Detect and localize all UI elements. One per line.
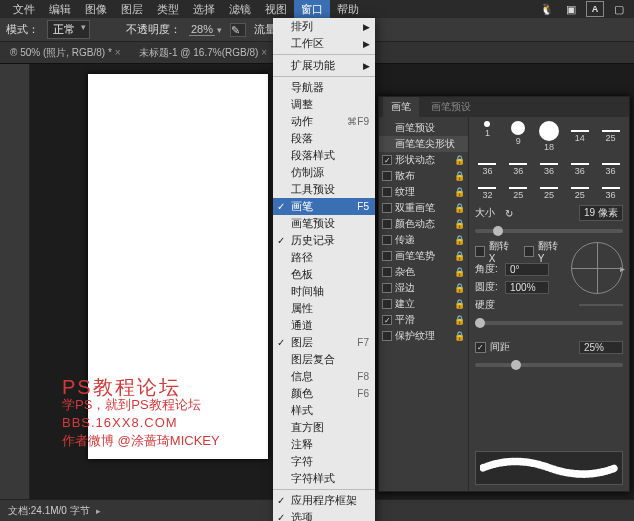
menu-0[interactable]: 文件	[6, 0, 42, 19]
brush-option[interactable]: 传递🔒	[379, 232, 468, 248]
status-chevron-icon[interactable]: ▸	[96, 506, 101, 516]
brush-thumb[interactable]: 1	[475, 121, 500, 152]
brush-thumb[interactable]: 14	[567, 121, 592, 152]
checkbox[interactable]	[382, 203, 392, 213]
brush-thumb[interactable]: 25	[598, 121, 623, 152]
tool-palette[interactable]	[0, 64, 30, 499]
menu-6[interactable]: 滤镜	[222, 0, 258, 19]
menu-item[interactable]: 段落	[273, 130, 375, 147]
menu-item[interactable]: 路径	[273, 249, 375, 266]
doc-tab-1[interactable]: 未标题-1 @ 16.7%(RGB/8)×	[135, 46, 271, 60]
menu-item[interactable]: 导航器	[273, 79, 375, 96]
menu-item[interactable]: 画笔预设	[273, 215, 375, 232]
brush-thumb[interactable]: 18	[537, 121, 562, 152]
brush-option[interactable]: 纹理🔒	[379, 184, 468, 200]
brush-thumb[interactable]: 9	[506, 121, 531, 152]
lock-icon[interactable]: 🔒	[454, 203, 465, 213]
menu-item[interactable]: 色板	[273, 266, 375, 283]
menu-item[interactable]: 字符样式	[273, 470, 375, 487]
notif-icon[interactable]: 🐧	[538, 1, 556, 17]
brush-thumb[interactable]: 32	[475, 178, 500, 200]
menu-item[interactable]: 仿制源	[273, 164, 375, 181]
lock-icon[interactable]: 🔒	[454, 299, 465, 309]
brush-thumb[interactable]: 36	[506, 154, 531, 176]
brush-option[interactable]: 散布🔒	[379, 168, 468, 184]
menu-item[interactable]: 通道	[273, 317, 375, 334]
brush-thumb[interactable]: 25	[537, 178, 562, 200]
brush-option[interactable]: ✓平滑🔒	[379, 312, 468, 328]
menu-item[interactable]: 颜色F6	[273, 385, 375, 402]
lock-icon[interactable]: 🔒	[454, 267, 465, 277]
lock-icon[interactable]: 🔒	[454, 219, 465, 229]
checkbox[interactable]: ✓	[382, 315, 392, 325]
menu-item[interactable]: 图层复合	[273, 351, 375, 368]
checkbox[interactable]	[382, 187, 392, 197]
close-icon[interactable]: ×	[261, 47, 267, 58]
angle-value[interactable]: 0°	[505, 263, 549, 276]
lock-icon[interactable]: 🔒	[454, 331, 465, 341]
menu-item[interactable]: 调整	[273, 96, 375, 113]
angle-widget[interactable]: ▸	[571, 242, 623, 294]
checkbox[interactable]	[382, 331, 392, 341]
menu-item[interactable]: ✓应用程序框架	[273, 492, 375, 509]
mode-select[interactable]: 正常	[47, 20, 90, 39]
brush-thumbnails[interactable]: 1918142536363636363225252536	[475, 121, 623, 200]
window-controls[interactable]: ▢	[610, 1, 628, 17]
hardness-value[interactable]	[579, 304, 623, 306]
brush-thumb[interactable]: 25	[506, 178, 531, 200]
checkbox[interactable]	[382, 299, 392, 309]
menu-item[interactable]: 时间轴	[273, 283, 375, 300]
checkbox[interactable]	[382, 171, 392, 181]
menu-5[interactable]: 选择	[186, 0, 222, 19]
brush-option[interactable]: 杂色🔒	[379, 264, 468, 280]
menu-item[interactable]: ✓图层F7	[273, 334, 375, 351]
brush-option[interactable]: 保护纹理🔒	[379, 328, 468, 344]
brush-option[interactable]: 双重画笔🔒	[379, 200, 468, 216]
brush-option[interactable]: 建立🔒	[379, 296, 468, 312]
checkbox[interactable]	[382, 219, 392, 229]
brush-thumb[interactable]: 36	[567, 154, 592, 176]
checkbox[interactable]	[382, 267, 392, 277]
brush-thumb[interactable]: 36	[598, 154, 623, 176]
flipy-checkbox[interactable]	[524, 246, 534, 257]
lock-icon[interactable]: 🔒	[454, 283, 465, 293]
cloud-icon[interactable]: ▣	[562, 1, 580, 17]
checkbox[interactable]: ✓	[382, 155, 392, 165]
menu-3[interactable]: 图层	[114, 0, 150, 19]
checkbox[interactable]	[382, 235, 392, 245]
brush-thumb[interactable]: 36	[537, 154, 562, 176]
menu-item[interactable]: ✓选项	[273, 509, 375, 521]
reset-size-icon[interactable]: ↻	[505, 208, 513, 219]
lock-icon[interactable]: 🔒	[454, 251, 465, 261]
menu-item[interactable]: 注释	[273, 436, 375, 453]
menu-8[interactable]: 窗口	[294, 0, 330, 19]
brush-option[interactable]: 画笔笔尖形状	[379, 136, 468, 152]
lock-icon[interactable]: 🔒	[454, 171, 465, 181]
menu-item[interactable]: 直方图	[273, 419, 375, 436]
menu-item[interactable]: 样式	[273, 402, 375, 419]
checkbox[interactable]	[382, 251, 392, 261]
menu-item[interactable]: 属性	[273, 300, 375, 317]
doc-tab-0[interactable]: ® 50% (照片, RGB/8) *×	[6, 46, 125, 60]
brush-option[interactable]: ✓形状动态🔒	[379, 152, 468, 168]
menu-item[interactable]: 排列▶	[273, 18, 375, 35]
roundness-value[interactable]: 100%	[505, 281, 549, 294]
brush-thumb[interactable]: 36	[598, 178, 623, 200]
size-slider[interactable]	[475, 229, 623, 233]
lock-icon[interactable]: 🔒	[454, 235, 465, 245]
brush-thumb[interactable]: 25	[567, 178, 592, 200]
menu-item[interactable]: 扩展功能▶	[273, 57, 375, 74]
checkbox[interactable]	[382, 283, 392, 293]
brush-option[interactable]: 画笔笔势🔒	[379, 248, 468, 264]
menu-item[interactable]: ✓历史记录	[273, 232, 375, 249]
menu-item[interactable]: 段落样式	[273, 147, 375, 164]
lock-icon[interactable]: 🔒	[454, 155, 465, 165]
lock-icon[interactable]: 🔒	[454, 315, 465, 325]
menu-9[interactable]: 帮助	[330, 0, 366, 19]
menu-item[interactable]: 动作⌘F9	[273, 113, 375, 130]
document-canvas[interactable]	[88, 74, 268, 459]
brush-thumb[interactable]: 36	[475, 154, 500, 176]
menu-item[interactable]: 字符	[273, 453, 375, 470]
brush-option[interactable]: 颜色动态🔒	[379, 216, 468, 232]
opacity-value[interactable]: 28%	[189, 23, 215, 36]
